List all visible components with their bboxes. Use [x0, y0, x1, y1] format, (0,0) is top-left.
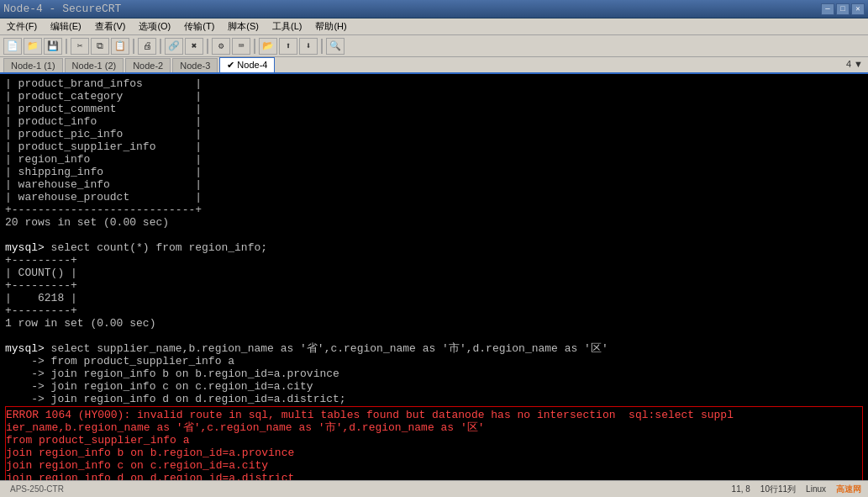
toolbar-save[interactable]: 💾: [44, 38, 62, 55]
status-logo: 高速网: [836, 484, 861, 495]
term-query2-cont3: -> join region_info c on c.region_id=a.c…: [5, 380, 863, 393]
terminal[interactable]: | product_brand_infos | | product_catego…: [0, 74, 868, 480]
menu-transfer[interactable]: 传输(T): [181, 20, 218, 33]
toolbar-find[interactable]: 🔍: [326, 38, 345, 55]
tab-node4[interactable]: ✔ Node-4: [219, 57, 275, 72]
toolbar-connect[interactable]: 🔗: [165, 38, 183, 55]
status-os: Linux: [806, 484, 826, 494]
term-line: | shipping_info |: [5, 166, 863, 178]
close-button[interactable]: ✕: [851, 3, 865, 15]
menu-tools[interactable]: 工具(L): [269, 20, 305, 33]
term-line: | product_category |: [5, 90, 863, 103]
menu-script[interactable]: 脚本(S): [224, 20, 262, 33]
term-query2: mysql> select supplier_name,b.region_nam…: [5, 342, 863, 355]
menu-help[interactable]: 帮助(H): [312, 20, 350, 33]
title-bar-controls: — □ ✕: [821, 3, 865, 15]
status-cpu: APS-250-CTR: [10, 484, 64, 494]
toolbar-open[interactable]: 📁: [24, 38, 42, 55]
toolbar-settings[interactable]: ⚙: [212, 38, 230, 55]
toolbar-copy[interactable]: ⧉: [91, 38, 109, 55]
menu-bar: 文件(F) 编辑(E) 查看(V) 选项(O) 传输(T) 脚本(S) 工具(L…: [0, 19, 868, 35]
toolbar-cut[interactable]: ✂: [71, 38, 89, 55]
toolbar-keymap[interactable]: ⌨: [232, 38, 250, 55]
page-indicator[interactable]: 4 ▼: [846, 59, 863, 69]
term-rowcount2: 1 row in set (0.00 sec): [5, 317, 863, 330]
minimize-button[interactable]: —: [821, 3, 834, 15]
title-text: Node-4 - SecureCRT: [3, 3, 121, 15]
error-line4: join region_info b on b.region_id=a.prov…: [6, 447, 862, 459]
term-line: | region_info |: [5, 153, 863, 166]
tab-node2[interactable]: Node-2: [125, 58, 171, 72]
toolbar-sep2: [133, 39, 134, 54]
term-query2-cont4: -> join region_info d on d.region_id=a.d…: [5, 393, 863, 405]
toolbar-disconnect[interactable]: ✖: [185, 38, 203, 55]
toolbar-new[interactable]: 📄: [3, 38, 22, 55]
error-line2: ier_name,b.region_name as '省',c.region_n…: [6, 421, 862, 434]
term-line: +----------------------------+: [5, 204, 863, 216]
toolbar-print[interactable]: 🖨: [138, 38, 156, 55]
term-blank: [5, 229, 863, 241]
term-blank2: [5, 330, 863, 342]
toolbar-upload[interactable]: ⬆: [279, 38, 297, 55]
term-line: +---------+: [5, 304, 863, 317]
term-line: | product_pic_info |: [5, 128, 863, 140]
menu-options[interactable]: 选项(O): [135, 20, 174, 33]
tab-bar: Node-1 (1) Node-1 (2) Node-2 Node-3 ✔ No…: [0, 57, 868, 74]
toolbar-paste[interactable]: 📋: [111, 38, 129, 55]
term-line: | COUNT() |: [5, 267, 863, 279]
term-line: | product_comment |: [5, 103, 863, 115]
error-line5: join region_info c on c.region_id=a.city: [6, 459, 862, 472]
title-bar: Node-4 - SecureCRT — □ ✕: [0, 0, 868, 19]
error-box: ERROR 1064 (HY000): invalid route in sql…: [5, 406, 863, 480]
tab-node3[interactable]: Node-3: [172, 58, 218, 72]
menu-view[interactable]: 查看(V): [92, 20, 129, 33]
menu-file[interactable]: 文件(F): [3, 20, 40, 33]
term-line: | product_info |: [5, 115, 863, 128]
term-rowcount: 20 rows in set (0.00 sec): [5, 216, 863, 229]
error-line3: from product_supplier_info a: [6, 434, 862, 447]
toolbar-sep5: [254, 39, 255, 54]
menu-edit[interactable]: 编辑(E): [47, 20, 85, 33]
term-line: | warehouse_info |: [5, 178, 863, 191]
term-line: | 6218 |: [5, 292, 863, 304]
term-line: +---------+: [5, 254, 863, 267]
term-line: | warehouse_proudct |: [5, 191, 863, 204]
status-bar: APS-250-CTR 11, 8 10行11列 Linux 高速网: [0, 480, 868, 497]
term-line: | product_brand_infos |: [5, 77, 863, 90]
status-rowcol: 11, 8: [732, 484, 750, 494]
term-query2-cont1: -> from product_supplier_info a: [5, 355, 863, 367]
maximize-button[interactable]: □: [836, 3, 850, 15]
toolbar-download[interactable]: ⬇: [299, 38, 318, 55]
term-line: | product_supplier_info |: [5, 140, 863, 153]
toolbar-sep3: [160, 39, 161, 54]
status-lines: 10行11列: [760, 484, 796, 495]
term-query2-cont2: -> join region_info b on b.region_id=a.p…: [5, 367, 863, 380]
toolbar-sep1: [66, 39, 67, 54]
toolbar-sftp[interactable]: 📂: [259, 38, 277, 55]
toolbar: 📄 📁 💾 ✂ ⧉ 📋 🖨 🔗 ✖ ⚙ ⌨ 📂 ⬆ ⬇ 🔍: [0, 35, 868, 57]
error-line6: join region_info d on d.region_id=a.dist…: [6, 472, 862, 480]
term-query1: mysql> select count(*) from region_info;: [5, 241, 863, 254]
toolbar-sep6: [321, 39, 323, 54]
term-line: +---------+: [5, 279, 863, 292]
tab-node1-1[interactable]: Node-1 (1): [3, 58, 63, 72]
error-line1: ERROR 1064 (HY000): invalid route in sql…: [6, 409, 862, 421]
tab-node1-2[interactable]: Node-1 (2): [65, 58, 124, 72]
toolbar-sep4: [207, 39, 208, 54]
